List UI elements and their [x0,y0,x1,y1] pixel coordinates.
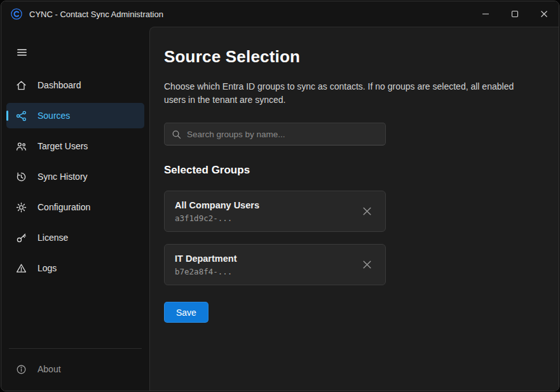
group-name: All Company Users [175,200,259,210]
key-icon [15,232,27,244]
page-description: Choose which Entra ID groups to sync as … [164,80,538,107]
selected-groups-heading: Selected Groups [164,164,543,177]
sidebar-item-label: Logs [38,263,57,273]
sidebar: Dashboard Sources Target Users [1,27,149,391]
sidebar-item-dashboard[interactable]: Dashboard [6,72,144,98]
sidebar-item-label: Configuration [38,202,90,212]
group-card-all-company-users: All Company Users a3f1d9c2-... [164,191,386,232]
group-search-input[interactable] [187,130,379,139]
titlebar: CYNC - Contact Sync Administration [1,1,559,27]
main-content: Source Selection Choose which Entra ID g… [149,27,559,391]
warning-triangle-icon [15,262,27,274]
group-name: IT Department [175,253,237,264]
sidebar-item-label: About [38,364,61,374]
sidebar-divider [9,348,142,349]
window-controls [471,1,559,27]
sidebar-item-logs[interactable]: Logs [6,255,144,281]
network-share-icon [15,110,27,122]
window-title: CYNC - Contact Sync Administration [29,10,163,19]
sidebar-item-label: Sources [38,111,70,121]
maximize-button[interactable] [500,1,529,27]
app-window: CYNC - Contact Sync Administration [1,1,559,391]
remove-group-button[interactable] [357,255,376,274]
gear-icon [15,201,27,213]
sidebar-nav-list: Dashboard Sources Target Users [1,72,149,281]
app-logo-icon [10,8,23,20]
sidebar-item-sources[interactable]: Sources [6,103,144,128]
sidebar-item-label: License [38,233,68,243]
hamburger-menu-button[interactable] [9,41,34,64]
search-icon [171,129,182,140]
remove-group-button[interactable] [357,202,376,221]
page-title: Source Selection [164,47,543,67]
group-info: IT Department b7e2a8f4-... [175,253,237,276]
group-card-it-department: IT Department b7e2a8f4-... [164,244,386,285]
sidebar-item-configuration[interactable]: Configuration [6,194,144,220]
people-icon [15,140,27,152]
group-search-box [164,123,386,145]
group-info: All Company Users a3f1d9c2-... [175,200,259,223]
minimize-button[interactable] [471,1,500,27]
sidebar-item-license[interactable]: License [6,225,144,250]
sidebar-item-label: Target Users [38,141,88,151]
save-button[interactable]: Save [164,302,208,323]
sidebar-item-sync-history[interactable]: Sync History [6,164,144,189]
sidebar-item-about[interactable]: About [6,356,144,382]
info-icon [15,363,27,375]
group-id: a3f1d9c2-... [175,213,259,223]
sidebar-item-label: Dashboard [38,80,81,90]
sidebar-item-label: Sync History [38,172,88,182]
sidebar-footer: About [1,348,149,391]
sidebar-item-target-users[interactable]: Target Users [6,133,144,159]
window-body: Dashboard Sources Target Users [1,27,559,391]
history-clock-icon [15,171,27,183]
close-button[interactable] [529,1,559,27]
home-icon [15,79,27,91]
group-id: b7e2a8f4-... [175,267,237,276]
